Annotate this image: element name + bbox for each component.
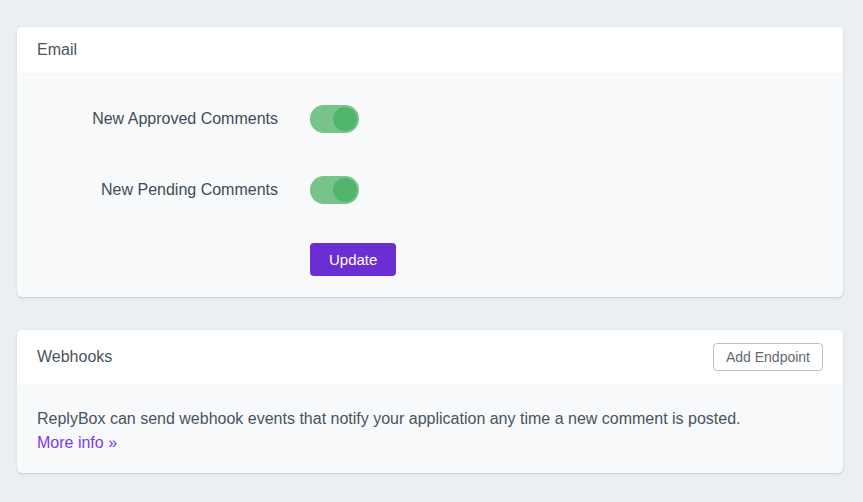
new-pending-comments-label: New Pending Comments [37,181,278,199]
toggle-knob [333,107,357,131]
more-info-link[interactable]: More info » [37,431,117,455]
email-card-title: Email [37,41,77,59]
new-pending-comments-toggle[interactable] [310,176,359,204]
new-approved-comments-label: New Approved Comments [37,110,278,128]
webhooks-description: ReplyBox can send webhook events that no… [37,407,823,431]
webhooks-card-header: Webhooks Add Endpoint [17,330,843,385]
webhooks-card-body: ReplyBox can send webhook events that no… [17,385,843,473]
email-settings-card: Email New Approved Comments New Pending … [17,27,843,297]
add-endpoint-button[interactable]: Add Endpoint [713,343,823,371]
webhooks-card-title: Webhooks [37,348,112,366]
settings-page: { "colors": { "page_bg": "#eceff1", "car… [0,0,863,502]
toggle-knob [333,178,357,202]
new-approved-comments-toggle[interactable] [310,105,359,133]
email-card-body: New Approved Comments New Pending Commen… [17,74,843,297]
form-row-new-pending-comments: New Pending Comments [37,176,823,204]
form-row-new-approved-comments: New Approved Comments [37,105,823,133]
update-button[interactable]: Update [310,243,396,276]
form-row-actions: Update [37,243,823,276]
email-card-header: Email [17,27,843,74]
webhooks-card: Webhooks Add Endpoint ReplyBox can send … [17,330,843,473]
